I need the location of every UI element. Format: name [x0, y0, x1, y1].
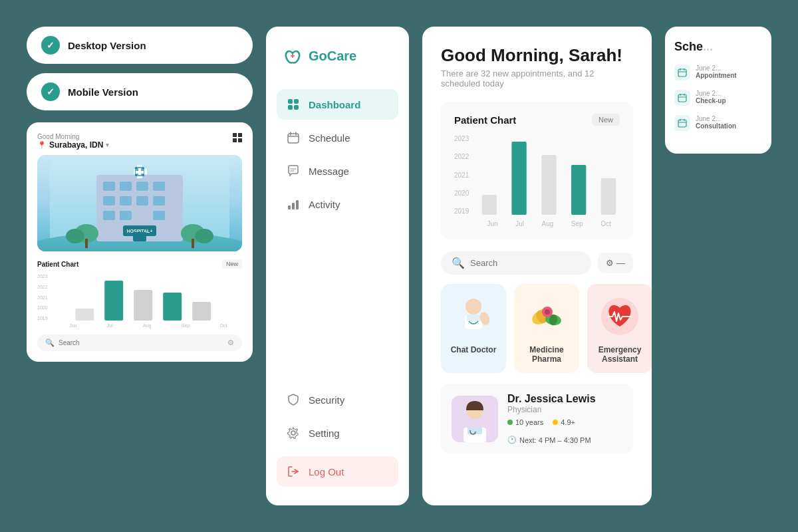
svg-rect-78: [678, 94, 686, 102]
schedule-date-3: June 2... Consultation: [696, 115, 736, 130]
chart-title: Patient Chart: [454, 114, 516, 126]
svg-rect-7: [103, 196, 115, 205]
sidebar-item-logout[interactable]: Log Out: [277, 456, 398, 487]
doctor-meta: 10 years 4.9+ 🕐 Next: 4 PM – 4:30 PM: [507, 418, 622, 444]
chart-y-axis: 2023 2022 2021 2020 2019: [454, 135, 473, 215]
svg-rect-33: [192, 302, 211, 321]
svg-rect-50: [571, 165, 586, 215]
mobile-filter-icon: ⚙: [227, 338, 234, 347]
schedule-date-2: June 2... Check-up: [696, 90, 726, 104]
desktop-version-button[interactable]: ✓ Desktop Version: [27, 27, 253, 64]
hospital-illustration: HOSPITAL+: [37, 155, 242, 251]
svg-rect-31: [134, 290, 152, 321]
svg-rect-38: [288, 134, 299, 143]
setting-icon: [286, 426, 301, 440]
message-label: Message: [309, 166, 349, 177]
svg-rect-82: [678, 120, 686, 127]
svg-rect-6: [153, 182, 165, 191]
svg-rect-30: [104, 281, 123, 321]
svg-rect-42: [288, 205, 291, 209]
sidebar-item-schedule[interactable]: Schedule: [277, 122, 398, 153]
patient-chart-card: Patient Chart New 2023 2022 2021 2020 20…: [441, 102, 633, 239]
desktop-check-icon: ✓: [41, 36, 60, 55]
schedule-panel: Sche... June 2... Appointment June 2... …: [665, 27, 771, 154]
schedule-date-1: June 2... Appointment: [696, 65, 737, 79]
schedule-title: Sche...: [674, 40, 762, 54]
svg-rect-35: [294, 99, 299, 104]
message-icon: [286, 164, 301, 178]
mobile-version-button[interactable]: ✓ Mobile Version: [27, 73, 253, 110]
service-card-emergency-assistant[interactable]: Emergency Assistant: [587, 284, 652, 373]
mini-bars-area: JunJulAugSepOct: [55, 274, 242, 328]
sidebar-item-message[interactable]: Message: [277, 156, 398, 186]
svg-point-61: [545, 309, 550, 315]
svg-rect-4: [120, 182, 132, 191]
svg-point-28: [195, 229, 213, 243]
mobile-preview-card: Good Morning 📍 Surabaya, IDN ▾: [27, 122, 253, 362]
emergency-assistant-icon-area: [597, 293, 643, 340]
rating-dot: [553, 420, 558, 425]
logo-area: GoCare: [277, 45, 398, 66]
chart-new-badge: New: [592, 114, 620, 126]
activity-icon: [286, 197, 301, 211]
service-card-medicine-pharma[interactable]: Medicine Pharma: [514, 284, 579, 373]
svg-rect-47: [482, 195, 497, 215]
svg-rect-12: [120, 211, 132, 220]
sidebar-item-security[interactable]: Security: [277, 384, 398, 415]
doctor-info: Dr. Jessica Lewis Physician 10 years 4.9…: [507, 393, 622, 444]
left-panel: ✓ Desktop Version ✓ Mobile Version Good …: [27, 27, 253, 362]
mobile-search-input[interactable]: [59, 339, 223, 346]
doctor-name: Dr. Jessica Lewis: [507, 393, 622, 405]
mobile-good-morning: Good Morning: [37, 133, 109, 140]
service-cards-grid: Chat Doctor Medicine Pharma: [441, 284, 633, 373]
search-icon: 🔍: [452, 257, 465, 269]
dashboard-icon: [286, 97, 301, 112]
mini-bar-labels: JunJulAugSepOct: [55, 323, 242, 328]
svg-rect-26: [192, 239, 194, 248]
chat-doctor-icon-area: [450, 293, 497, 340]
clock-icon: 🕐: [507, 436, 517, 444]
svg-point-27: [66, 229, 84, 243]
schedule-item-2: June 2... Check-up: [674, 90, 762, 106]
setting-label: Setting: [309, 428, 340, 439]
sidebar-item-dashboard[interactable]: Dashboard: [277, 89, 398, 120]
svg-rect-74: [678, 69, 686, 76]
mobile-grid-icon: [233, 133, 242, 142]
filter-button[interactable]: ⚙ —: [598, 253, 633, 273]
chart-x-labels: JunJulAugSepOct: [478, 220, 620, 227]
svg-rect-36: [288, 105, 293, 110]
logout-label: Log Out: [309, 466, 344, 477]
logout-icon: [286, 464, 301, 479]
main-search-input[interactable]: [470, 258, 581, 268]
svg-rect-34: [288, 99, 293, 104]
mobile-location: 📍 Surabaya, IDN ▾: [37, 140, 109, 150]
mini-chart-container: 2023 2022 2021 2020 2019: [37, 274, 242, 328]
svg-rect-3: [103, 182, 115, 191]
mobile-version-label: Mobile Version: [68, 86, 138, 98]
gocare-logo-icon: [282, 45, 303, 66]
doctor-rating: 4.9+: [561, 418, 575, 426]
filter-icon2: —: [616, 258, 625, 268]
svg-point-45: [291, 431, 295, 435]
svg-rect-37: [294, 105, 299, 110]
svg-rect-43: [292, 203, 295, 209]
security-icon: [286, 392, 301, 407]
svg-rect-44: [296, 200, 299, 209]
service-card-chat-doctor[interactable]: Chat Doctor: [441, 284, 506, 373]
sidebar: GoCare Dashboard Schedule Message: [266, 27, 409, 505]
mobile-search-box[interactable]: 🔍 ⚙: [37, 334, 242, 351]
sidebar-item-setting[interactable]: Setting: [277, 418, 398, 448]
main-greeting: Good Morning, Sarah!: [441, 45, 633, 66]
chart-body: 2023 2022 2021 2020 2019: [454, 135, 620, 227]
svg-rect-11: [103, 211, 115, 220]
schedule-item-3: June 2... Consultation: [674, 115, 762, 131]
emergency-assistant-label: Emergency Assistant: [597, 345, 643, 364]
sidebar-item-activity[interactable]: Activity: [277, 189, 398, 219]
main-header: Good Morning, Sarah! There are 32 new ap…: [441, 45, 633, 88]
security-label: Security: [309, 394, 344, 406]
doctor-years: 10 years: [515, 418, 543, 426]
chart-header: Patient Chart New: [454, 114, 620, 126]
doctor-title: Physician: [507, 405, 622, 414]
svg-rect-54: [467, 315, 480, 321]
main-search-box[interactable]: 🔍: [441, 251, 591, 275]
